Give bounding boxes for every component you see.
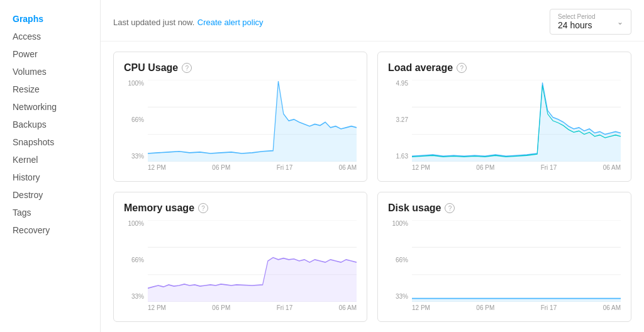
header-bar: Last updated just now. Create alert poli…	[101, 0, 644, 42]
memory-usage-card: Memory usage ? 100% 66% 33%	[113, 192, 367, 322]
sidebar-item-kernel[interactable]: Kernel	[0, 151, 100, 169]
load-x-axis: 12 PM 06 PM Fri 17 06 AM	[412, 162, 621, 171]
disk-x-axis: 12 PM 06 PM Fri 17 06 AM	[412, 302, 621, 311]
sidebar-item-resize[interactable]: Resize	[0, 80, 100, 98]
update-info: Last updated just now. Create alert poli…	[113, 16, 264, 28]
create-alert-link[interactable]: Create alert policy	[197, 18, 264, 27]
load-chart-area: 4.95 3.27 1.63	[388, 80, 621, 171]
sidebar-item-snapshots[interactable]: Snapshots	[0, 133, 100, 151]
disk-help-icon[interactable]: ?	[445, 203, 455, 213]
memory-chart-inner: 12 PM 06 PM Fri 17 06 AM	[148, 220, 357, 311]
sidebar-item-access[interactable]: Access	[0, 28, 100, 45]
cpu-y-axis: 100% 66% 33%	[124, 80, 148, 171]
chevron-down-icon: ⌄	[617, 18, 623, 26]
sidebar-item-power[interactable]: Power	[0, 45, 100, 63]
memory-chart-area: 100% 66% 33%	[124, 220, 357, 311]
sidebar-item-destroy[interactable]: Destroy	[0, 186, 100, 204]
memory-x-axis: 12 PM 06 PM Fri 17 06 AM	[148, 302, 357, 311]
sidebar: GraphsAccessPowerVolumesResizeNetworking…	[0, 0, 101, 332]
sidebar-item-volumes[interactable]: Volumes	[0, 63, 100, 80]
cpu-chart-area: 100% 66% 33%	[124, 80, 357, 171]
updated-text: Last updated just now.	[113, 18, 194, 27]
main-content: Last updated just now. Create alert poli…	[101, 0, 644, 332]
disk-chart-inner: 12 PM 06 PM Fri 17 06 AM	[412, 220, 621, 311]
disk-y-axis: 100% 66% 33%	[388, 220, 412, 311]
disk-chart-area: 100% 66% 33%	[388, 220, 621, 311]
disk-svg-area	[412, 220, 621, 302]
load-y-axis: 4.95 3.27 1.63	[388, 80, 412, 171]
load-help-icon[interactable]: ?	[457, 63, 467, 73]
sidebar-item-backups[interactable]: Backups	[0, 116, 100, 133]
load-svg	[412, 80, 621, 162]
sidebar-item-networking[interactable]: Networking	[0, 98, 100, 116]
memory-help-icon[interactable]: ?	[198, 203, 208, 213]
sidebar-item-history[interactable]: History	[0, 169, 100, 186]
sidebar-item-graphs[interactable]: Graphs	[0, 10, 100, 28]
sidebar-item-recovery[interactable]: Recovery	[0, 221, 100, 239]
load-average-card: Load average ? 4.95 3.27 1.63	[377, 52, 631, 182]
sidebar-item-tags[interactable]: Tags	[0, 204, 100, 221]
cpu-svg-area	[148, 80, 357, 162]
disk-usage-title: Disk usage ?	[388, 202, 621, 214]
load-chart-inner: 12 PM 06 PM Fri 17 06 AM	[412, 80, 621, 171]
disk-svg	[412, 220, 621, 302]
cpu-help-icon[interactable]: ?	[182, 63, 192, 73]
cpu-usage-title: CPU Usage ?	[124, 62, 357, 74]
period-label: Select Period	[558, 13, 595, 20]
memory-svg-area	[148, 220, 357, 302]
cpu-chart-inner: 12 PM 06 PM Fri 17 06 AM	[148, 80, 357, 171]
cpu-svg	[148, 80, 357, 162]
disk-usage-card: Disk usage ? 100% 66% 33%	[377, 192, 631, 322]
charts-grid: CPU Usage ? 100% 66% 33%	[101, 42, 644, 332]
period-value: 24 hours	[558, 20, 592, 30]
memory-usage-title: Memory usage ?	[124, 202, 357, 214]
period-selector[interactable]: Select Period 24 hours ⌄	[550, 9, 631, 35]
cpu-x-axis: 12 PM 06 PM Fri 17 06 AM	[148, 162, 357, 171]
load-svg-area	[412, 80, 621, 162]
memory-y-axis: 100% 66% 33%	[124, 220, 148, 311]
cpu-usage-card: CPU Usage ? 100% 66% 33%	[113, 52, 367, 182]
memory-svg	[148, 220, 357, 302]
load-average-title: Load average ?	[388, 62, 621, 74]
